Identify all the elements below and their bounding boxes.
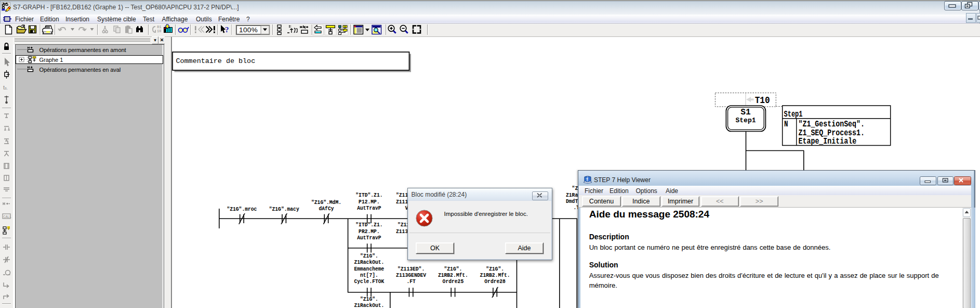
svg-text:?: ?: [586, 177, 588, 182]
svg-text:Commentaire de bloc: Commentaire de bloc: [176, 57, 256, 65]
svg-text:"Z113ED".: "Z113ED".: [398, 266, 425, 272]
svg-text:T10: T10: [755, 95, 770, 106]
svg-text:100%: 100%: [239, 26, 258, 34]
svg-text:"Z1_GestionSeq".: "Z1_GestionSeq".: [799, 119, 865, 129]
svg-text:Ordre25: Ordre25: [443, 279, 464, 285]
svg-text:dAfCy: dAfCy: [319, 206, 334, 212]
svg-text:Emmancheme: Emmancheme: [354, 266, 384, 272]
svg-text:Cycle.FTOK: Cycle.FTOK: [354, 279, 385, 285]
svg-text:nt[7].: nt[7].: [360, 273, 378, 278]
svg-text:Step1: Step1: [784, 109, 803, 119]
svg-text:"Z1G".mroc: "Z1G".mroc: [227, 207, 257, 212]
svg-text:"Z1G".macy: "Z1G".macy: [269, 207, 299, 212]
svg-text:Z1RB2.Mft.: Z1RB2.Mft.: [480, 273, 510, 278]
svg-text:"Z1G".: "Z1G".: [360, 297, 378, 302]
svg-text:AutTravP: AutTravP: [357, 235, 381, 241]
svg-text:Z1RB2.Mft.: Z1RB2.Mft.: [438, 273, 468, 278]
svg-text:"Z1G".: "Z1G".: [444, 266, 462, 272]
svg-text:01: 01: [157, 25, 161, 29]
svg-text:"Z1G".: "Z1G".: [486, 266, 504, 272]
svg-text:P12.MP.: P12.MP.: [359, 199, 380, 205]
svg-text:ts.: ts.: [3, 84, 8, 91]
svg-text:AutTravP: AutTravP: [357, 206, 381, 211]
svg-text:Step1: Step1: [736, 117, 756, 124]
svg-text:"Z1G".MdM.: "Z1G".MdM.: [311, 200, 341, 206]
svg-text:Z1RackOut.: Z1RackOut.: [354, 260, 384, 265]
svg-text:.FT: .FT: [406, 279, 415, 285]
svg-text:"ITD".Z1.: "ITD".Z1.: [355, 192, 382, 198]
svg-text:PR2.MP.: PR2.MP.: [359, 229, 380, 235]
svg-text:Z1RackOut.: Z1RackOut.: [354, 303, 384, 308]
svg-text:"ITD".Z1.: "ITD".Z1.: [355, 222, 382, 228]
svg-text:10: 10: [157, 29, 161, 33]
svg-text:?: ?: [225, 25, 229, 34]
svg-text:N: N: [784, 119, 788, 129]
svg-text:"Z1G".: "Z1G".: [360, 253, 378, 259]
svg-text:CALL: CALL: [4, 215, 12, 219]
svg-text:Z113GENDEV: Z113GENDEV: [396, 273, 427, 278]
svg-text:Ordre28: Ordre28: [484, 279, 506, 285]
svg-text:S1: S1: [740, 107, 750, 117]
svg-text:Etape_Initiale: Etape_Initiale: [799, 136, 857, 146]
